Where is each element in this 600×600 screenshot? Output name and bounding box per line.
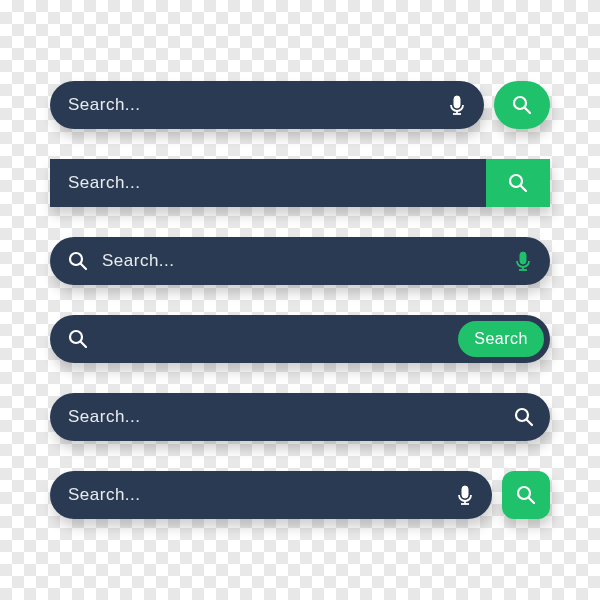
magnifier-icon <box>516 485 536 505</box>
search-placeholder: Search... <box>102 251 504 271</box>
mic-icon[interactable] <box>456 485 474 505</box>
search-row-2: Search... <box>50 159 550 207</box>
search-placeholder: Search... <box>68 407 504 427</box>
magnifier-icon <box>508 173 528 193</box>
search-placeholder: Search... <box>68 173 476 193</box>
magnifier-icon <box>512 95 532 115</box>
search-bar[interactable]: Search... <box>50 471 492 519</box>
search-row-1: Search... <box>50 81 550 129</box>
search-bar[interactable]: Search <box>50 315 550 363</box>
search-bar[interactable]: Search... <box>50 237 550 285</box>
magnifier-icon[interactable] <box>514 407 534 427</box>
search-row-3: Search... <box>50 237 550 285</box>
search-placeholder: Search... <box>68 95 438 115</box>
search-placeholder: Search... <box>68 485 446 505</box>
search-row-4: Search <box>50 315 550 363</box>
mic-icon[interactable] <box>514 251 532 271</box>
search-button[interactable] <box>494 81 550 129</box>
search-button[interactable] <box>502 471 550 519</box>
search-button[interactable]: Search <box>458 321 544 357</box>
search-bar[interactable]: Search... <box>50 81 484 129</box>
mic-icon[interactable] <box>448 95 466 115</box>
search-button[interactable] <box>486 159 550 207</box>
search-row-5: Search... <box>50 393 550 441</box>
search-bar[interactable]: Search... <box>50 393 550 441</box>
magnifier-icon[interactable] <box>68 251 88 271</box>
search-row-6: Search... <box>50 471 550 519</box>
search-button-label: Search <box>474 330 528 348</box>
magnifier-icon[interactable] <box>68 329 88 349</box>
search-bar[interactable]: Search... <box>50 159 550 207</box>
